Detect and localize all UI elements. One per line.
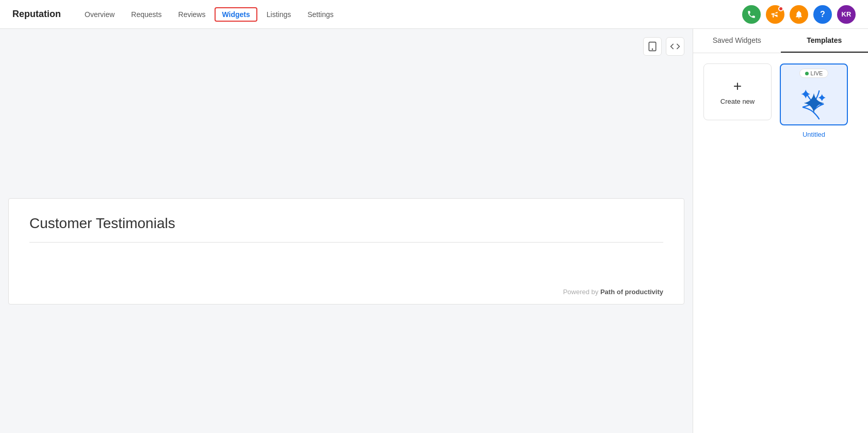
sidebar-content: + Create new LIVE [693, 53, 868, 153]
tablet-view-button[interactable] [643, 37, 662, 56]
widget-content-area [29, 243, 663, 284]
sidebar-tabs: Saved Widgets Templates [693, 29, 868, 53]
footer-brand: Path of productivity [600, 288, 663, 296]
template-name: Untitled [803, 131, 825, 138]
create-new-card[interactable]: + Create new [703, 63, 772, 120]
preview-toolbar [8, 37, 684, 56]
tab-saved-widgets[interactable]: Saved Widgets [693, 29, 781, 53]
widget-title: Customer Testimonials [29, 215, 663, 243]
create-new-label: Create new [720, 98, 755, 105]
nav-overview[interactable]: Overview [77, 7, 122, 22]
nav-reviews[interactable]: Reviews [171, 7, 213, 22]
template-card[interactable]: LIVE [780, 63, 848, 125]
brand-title: Reputation [12, 9, 61, 20]
nav-widgets[interactable]: Widgets [215, 7, 257, 22]
nav-requests[interactable]: Requests [124, 7, 169, 22]
create-plus-icon: + [733, 79, 742, 93]
megaphone-badge [778, 6, 783, 11]
help-icon[interactable]: ? [813, 5, 832, 24]
sparkle-icon [796, 84, 832, 120]
live-dot [805, 72, 809, 75]
widget-preview: Customer Testimonials Powered by Path of… [8, 198, 684, 304]
right-sidebar: Saved Widgets Templates + Create new LIV… [693, 29, 868, 433]
phone-icon[interactable] [742, 5, 761, 24]
live-badge: LIVE [799, 69, 829, 78]
footer-prefix: Powered by [563, 288, 600, 296]
nav-settings[interactable]: Settings [300, 7, 341, 22]
navbar: Reputation Overview Requests Reviews Wid… [0, 0, 868, 29]
main-container: Customer Testimonials Powered by Path of… [0, 29, 868, 433]
nav-listings[interactable]: Listings [259, 7, 298, 22]
help-label: ? [820, 10, 825, 19]
bell-icon[interactable] [790, 5, 808, 24]
nav-links: Overview Requests Reviews Widgets Listin… [77, 7, 742, 22]
live-badge-label: LIVE [811, 70, 823, 76]
widget-footer: Powered by Path of productivity [29, 284, 663, 296]
card-icon-area [796, 80, 832, 124]
preview-area: Customer Testimonials Powered by Path of… [0, 29, 693, 433]
template-card-wrapper: LIVE [780, 63, 848, 142]
tab-templates[interactable]: Templates [781, 29, 869, 53]
megaphone-icon[interactable] [766, 5, 784, 24]
navbar-icons: ? KR [742, 5, 856, 24]
avatar-initials: KR [842, 10, 851, 18]
avatar-icon[interactable]: KR [837, 5, 856, 24]
code-view-button[interactable] [666, 37, 684, 56]
